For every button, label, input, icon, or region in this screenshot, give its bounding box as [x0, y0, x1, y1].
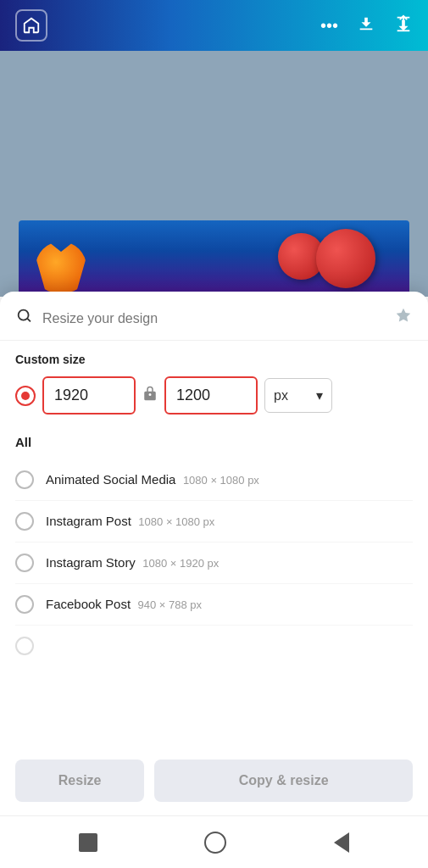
- radio-selected-indicator: [21, 392, 30, 400]
- template-radio-1[interactable]: [15, 512, 34, 531]
- template-dims-3: 940 × 788 px: [138, 598, 203, 611]
- size-inputs-row: px ▾: [15, 376, 413, 415]
- template-name-0: Animated Social Media: [46, 472, 175, 487]
- search-icon: [15, 307, 34, 330]
- custom-size-radio[interactable]: [15, 386, 36, 406]
- list-item-partial: [15, 626, 413, 660]
- header-bar: •••: [0, 0, 428, 51]
- list-item[interactable]: Facebook Post 940 × 788 px: [15, 584, 413, 626]
- template-dims-0: 1080 × 1080 px: [183, 474, 259, 487]
- template-list: Animated Social Media 1080 × 1080 px Ins…: [0, 459, 428, 660]
- nav-square-button[interactable]: [79, 833, 97, 852]
- nav-bar: [0, 815, 428, 868]
- template-info: Animated Social Media 1080 × 1080 px: [46, 472, 259, 487]
- download-icon[interactable]: [357, 14, 375, 37]
- artwork-container: [19, 220, 409, 297]
- all-label: All: [15, 435, 413, 449]
- orb-illustration-2: [316, 229, 375, 288]
- copy-resize-button[interactable]: Copy & resize: [154, 760, 413, 802]
- template-radio-0[interactable]: [15, 470, 34, 489]
- nav-circle-button[interactable]: [204, 832, 226, 854]
- template-info: Instagram Post 1080 × 1080 px: [46, 514, 214, 529]
- canvas-preview: [0, 51, 428, 297]
- unit-dropdown[interactable]: px ▾: [264, 378, 332, 413]
- custom-size-section: Custom size px ▾: [0, 341, 428, 423]
- template-info: Instagram Story 1080 × 1920 px: [46, 555, 219, 570]
- unit-label: px: [274, 388, 288, 403]
- premium-crown-icon: [394, 307, 413, 330]
- more-options-icon[interactable]: •••: [320, 16, 338, 36]
- all-section: All: [0, 423, 428, 459]
- list-item[interactable]: Instagram Story 1080 × 1920 px: [15, 542, 413, 584]
- width-input[interactable]: [42, 376, 136, 415]
- fox-illustration: [36, 242, 86, 292]
- nav-back-button[interactable]: [334, 832, 349, 853]
- template-dims-1: 1080 × 1080 px: [138, 515, 214, 528]
- share-icon[interactable]: [394, 14, 413, 37]
- list-item[interactable]: Instagram Post 1080 × 1080 px: [15, 501, 413, 542]
- template-name-2: Instagram Story: [46, 555, 136, 570]
- template-radio-2[interactable]: [15, 554, 34, 572]
- lock-icon[interactable]: [142, 386, 158, 405]
- custom-size-label: Custom size: [15, 353, 413, 366]
- height-input[interactable]: [164, 376, 258, 415]
- action-buttons: Resize Copy & resize: [0, 749, 428, 812]
- template-info: Facebook Post 940 × 788 px: [46, 597, 202, 612]
- resize-search-input[interactable]: [42, 311, 386, 326]
- search-bar: [0, 292, 428, 341]
- list-item[interactable]: Animated Social Media 1080 × 1080 px: [15, 459, 413, 501]
- header-actions: •••: [320, 14, 413, 37]
- home-button[interactable]: [15, 9, 47, 42]
- template-name-1: Instagram Post: [46, 514, 131, 528]
- resize-button[interactable]: Resize: [15, 760, 144, 802]
- resize-panel: Custom size px ▾ All Animate: [0, 292, 428, 868]
- template-name-3: Facebook Post: [46, 597, 131, 611]
- template-radio-4: [15, 637, 34, 655]
- chevron-down-icon: ▾: [316, 387, 323, 403]
- template-dims-2: 1080 × 1920 px: [142, 557, 219, 570]
- template-radio-3[interactable]: [15, 595, 34, 614]
